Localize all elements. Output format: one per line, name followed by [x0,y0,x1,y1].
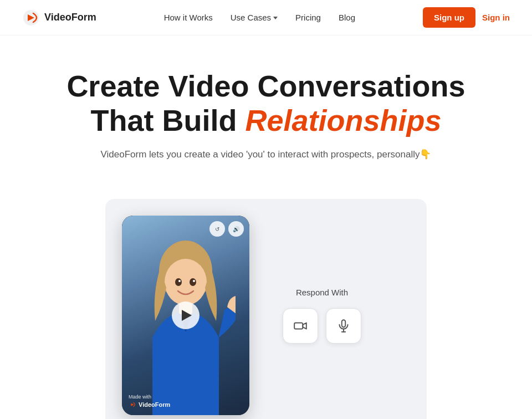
play-button[interactable] [172,302,200,329]
respond-buttons [283,308,361,344]
svg-rect-9 [342,320,346,327]
hero-title: Create Video Conversations That Build Re… [22,69,510,137]
replay-button[interactable]: ↺ [209,221,225,237]
hero-subtitle: VideoForm lets you create a video 'you' … [22,149,510,160]
play-icon [182,310,192,321]
logo-text: VideoForm [44,12,96,23]
svg-point-7 [193,280,195,282]
nav-blog[interactable]: Blog [339,13,355,22]
demo-container: ↺ 🔊 Made with VideoForm [105,199,427,419]
respond-panel: Respond With [283,288,361,344]
chevron-down-icon [273,17,278,19]
video-controls: ↺ 🔊 [209,221,244,237]
microphone-icon [336,319,351,333]
svg-point-6 [178,280,181,282]
watermark: Made with VideoForm [129,394,170,408]
navbar: VideoForm How it Works Use Cases Pricing… [0,0,532,35]
logo[interactable]: VideoForm [22,9,96,27]
hero-section: Create Video Conversations That Build Re… [0,35,532,199]
logo-icon [22,9,40,27]
signup-button[interactable]: Sign up [423,7,475,28]
svg-rect-8 [294,323,303,329]
nav-use-cases[interactable]: Use Cases [231,13,278,22]
signin-button[interactable]: Sign in [482,13,510,22]
svg-point-4 [175,278,182,286]
video-inner: ↺ 🔊 Made with VideoForm [122,216,249,415]
mute-button[interactable]: 🔊 [228,221,244,237]
nav-pricing[interactable]: Pricing [295,13,321,22]
nav-actions: Sign up Sign in [423,7,510,28]
svg-point-2 [165,259,207,305]
watermark-made-text: Made with [129,394,170,400]
video-camera-icon [293,319,308,333]
video-respond-button[interactable] [283,308,318,344]
demo-area: ↺ 🔊 Made with VideoForm [0,199,532,419]
watermark-logo-icon [129,401,136,408]
nav-links: How it Works Use Cases Pricing Blog [164,13,355,22]
svg-point-5 [190,278,196,286]
audio-respond-button[interactable] [326,308,361,344]
nav-how-it-works[interactable]: How it Works [164,13,213,22]
respond-label: Respond With [296,288,348,297]
watermark-logo: VideoForm [129,401,170,408]
video-card: ↺ 🔊 Made with VideoForm [122,216,249,415]
watermark-logo-text: VideoForm [139,401,170,408]
